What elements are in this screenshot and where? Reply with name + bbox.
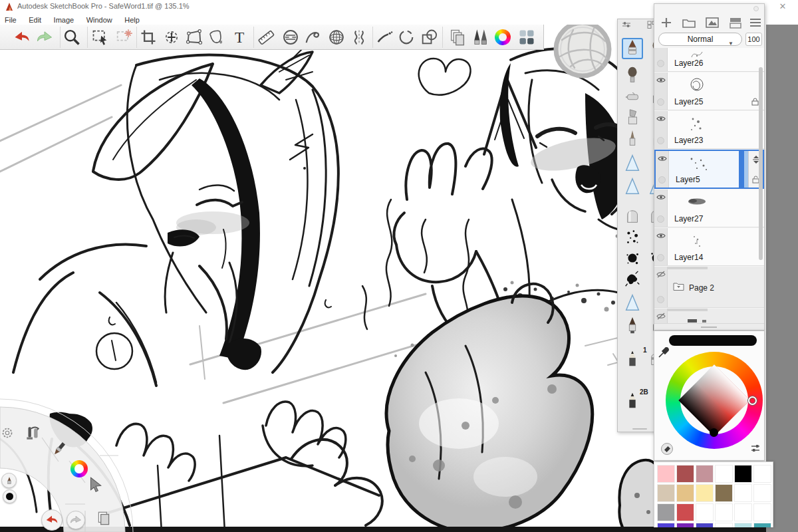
- color-swatch[interactable]: [715, 503, 733, 521]
- color-swatch[interactable]: [734, 465, 752, 483]
- menu-edit[interactable]: Edit: [24, 15, 46, 24]
- lagoon-color[interactable]: [70, 460, 88, 477]
- brush-eraser[interactable]: [622, 205, 643, 227]
- layer-row[interactable]: Layer27: [654, 190, 764, 227]
- layer-group-row[interactable]: Page 2: [654, 267, 764, 308]
- brush-paintbrush-selected[interactable]: [622, 38, 643, 59]
- layer-row[interactable]: Layer26: [654, 48, 764, 72]
- copy-layers-button[interactable]: [448, 28, 467, 47]
- hue-selector[interactable]: [748, 396, 757, 405]
- brush-chisel-marker[interactable]: [622, 107, 643, 128]
- fill-tool[interactable]: [207, 28, 225, 47]
- transform-tool[interactable]: [185, 28, 203, 47]
- layer-opacity-field[interactable]: 100: [745, 33, 762, 46]
- brush-smudge-triangle-2[interactable]: [622, 176, 643, 197]
- color-swatch[interactable]: [696, 503, 714, 521]
- brush-smudge-triangle-1[interactable]: [622, 152, 643, 174]
- color-swatch[interactable]: [734, 503, 752, 521]
- color-swatch[interactable]: [657, 523, 675, 527]
- color-swatch[interactable]: [696, 484, 714, 502]
- layer-visibility-cell[interactable]: [654, 72, 668, 110]
- lagoon-undo-button[interactable]: [41, 509, 63, 531]
- layers-panel-titlebar[interactable]: [654, 4, 764, 13]
- layer-visibility-cell[interactable]: [654, 111, 668, 148]
- color-swatch[interactable]: [753, 523, 771, 527]
- color-swatch[interactable]: [715, 523, 733, 527]
- lasso-move-tool[interactable]: [162, 28, 181, 47]
- color-swatch[interactable]: [734, 484, 752, 502]
- lagoon-cursor[interactable]: [86, 475, 104, 493]
- menu-help[interactable]: Help: [120, 15, 144, 24]
- copic-library-button[interactable]: [661, 443, 673, 455]
- stroke-tool[interactable]: [375, 28, 394, 47]
- color-swatch[interactable]: [734, 523, 752, 527]
- layer-style-button[interactable]: [728, 15, 743, 31]
- perspective-tool[interactable]: [327, 28, 346, 47]
- brush-ink[interactable]: [622, 315, 643, 336]
- color-sliders-icon[interactable]: [750, 443, 761, 454]
- layer-visibility-cell[interactable]: [654, 267, 668, 307]
- brush-library-button[interactable]: [471, 28, 489, 47]
- brush-splatter-dots[interactable]: [622, 227, 643, 248]
- color-swatch[interactable]: [676, 484, 694, 502]
- close-button[interactable]: ✕: [777, 1, 789, 11]
- lagoon-tools[interactable]: [24, 424, 41, 442]
- color-swatch[interactable]: [657, 503, 675, 521]
- french-curve-tool[interactable]: [303, 28, 322, 47]
- color-swatch[interactable]: [753, 503, 771, 521]
- layer-visibility-cell[interactable]: [656, 151, 669, 188]
- color-swatch[interactable]: [715, 465, 733, 483]
- zoom-tool[interactable]: [63, 28, 81, 47]
- color-swatch[interactable]: [657, 465, 675, 483]
- undo-button[interactable]: [13, 28, 31, 47]
- color-swatch[interactable]: [753, 484, 771, 502]
- layer-row[interactable]: Layer25: [654, 72, 764, 110]
- layer-row-selected[interactable]: Layer5: [654, 150, 764, 189]
- redo-button[interactable]: [35, 28, 54, 47]
- lagoon-layers-button[interactable]: [95, 510, 112, 527]
- menu-image[interactable]: Image: [49, 15, 79, 24]
- color-swatch[interactable]: [696, 523, 714, 527]
- crop-tool[interactable]: [139, 28, 158, 47]
- palette-resize-handle[interactable]: [632, 428, 647, 430]
- symmetry-tool[interactable]: [350, 28, 368, 47]
- color-swatch[interactable]: [753, 465, 771, 483]
- lagoon-color-dot-button[interactable]: [3, 489, 17, 503]
- menu-window[interactable]: Window: [82, 15, 117, 24]
- layers-menu-button[interactable]: [747, 15, 763, 31]
- color-swatch[interactable]: [696, 465, 714, 483]
- layer-visibility-cell[interactable]: [654, 228, 668, 265]
- brush-marker[interactable]: [622, 86, 643, 108]
- layer-visibility-cell[interactable]: [654, 48, 668, 71]
- value-selector[interactable]: [710, 428, 718, 437]
- brush-splat-messy[interactable]: [622, 269, 643, 290]
- layer-row[interactable]: Layer14: [654, 228, 764, 266]
- text-tool[interactable]: T: [230, 28, 249, 47]
- swatch-grid-button[interactable]: [517, 28, 536, 47]
- brush-round-soft[interactable]: [622, 65, 643, 86]
- menu-file[interactable]: File: [0, 15, 21, 24]
- circle-tool[interactable]: [397, 28, 416, 47]
- lagoon-brush[interactable]: [51, 440, 68, 458]
- lagoon-settings[interactable]: [0, 424, 16, 442]
- color-swatch[interactable]: [715, 484, 733, 502]
- color-wheel-button[interactable]: [493, 28, 512, 47]
- color-swatch[interactable]: [657, 484, 675, 502]
- add-layer-button[interactable]: [658, 15, 674, 31]
- brush-splat-round[interactable]: [622, 248, 643, 269]
- layer-visibility-cell[interactable]: [654, 190, 668, 227]
- panel-collapse-button[interactable]: [753, 6, 759, 11]
- shapes-tool[interactable]: [420, 28, 438, 47]
- brush-pencil-fine[interactable]: [622, 348, 643, 370]
- blend-mode-dropdown[interactable]: Normal ▼: [658, 33, 742, 46]
- layer-group-button[interactable]: [681, 15, 697, 31]
- import-image-button[interactable]: [704, 15, 720, 31]
- color-swatch[interactable]: [676, 465, 694, 483]
- deselect-tool[interactable]: [114, 28, 133, 47]
- layers-scrollbar[interactable]: [759, 67, 763, 260]
- ruler-tool[interactable]: [257, 28, 275, 47]
- color-swatch[interactable]: [676, 503, 694, 521]
- color-swatch[interactable]: [676, 523, 694, 527]
- brush-settings-icon[interactable]: [622, 21, 631, 29]
- layer-row[interactable]: Layer23: [654, 111, 764, 149]
